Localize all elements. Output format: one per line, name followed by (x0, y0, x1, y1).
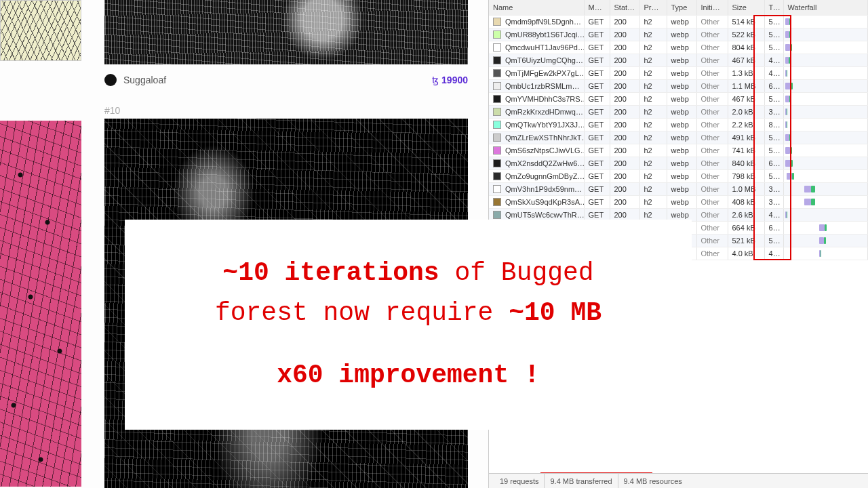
author-name[interactable]: Suggaloaf (123, 75, 166, 85)
cell-name[interactable]: QmT6UiyzUmgCQhg… (489, 54, 584, 66)
network-row[interactable]: Qmdm9pfN9L5Dgnh…GET200h2webpOther514 kB5… (489, 15, 868, 28)
cell-type: webp (667, 66, 696, 79)
cell-size: 467 kB (728, 92, 764, 105)
col-header-initiator[interactable]: Initiator (696, 0, 728, 15)
network-row[interactable]: QmX2nsddQ2ZwHw6…GET200h2webpOther840 kB6… (489, 157, 868, 169)
cell-name[interactable]: QmS6szNtpsCJiwVLG… (489, 144, 584, 157)
cell-initiator: Other (696, 182, 728, 195)
cell-initiator: Other (696, 157, 728, 169)
annotation-text-1: of Bugged (439, 258, 594, 287)
col-header-size[interactable]: Size (728, 0, 764, 15)
cell-waterfall (783, 79, 868, 92)
cell-name[interactable]: QmV3hn1P9dx59nm… (489, 182, 584, 195)
cell-size: 840 kB (728, 157, 764, 169)
network-row[interactable]: QmS6szNtpsCJiwVLG…GET200h2webpOther741 k… (489, 144, 868, 157)
cell-protocol: h2 (639, 92, 667, 105)
status-resources: 9.4 MB resources (618, 474, 688, 488)
cell-waterfall (783, 208, 868, 221)
cell-waterfall (783, 157, 868, 169)
cell-type: webp (667, 182, 696, 195)
waterfall-wait-bar (819, 224, 825, 231)
cell-protocol: h2 (639, 131, 667, 144)
cell-size: 741 kB (728, 144, 764, 157)
network-row[interactable]: QmSkXuS9qdKpR3sA…GET200h2webpOther408 kB… (489, 195, 868, 208)
network-row[interactable]: QmT6UiyzUmgCQhg…GET200h2webpOther467 kB4… (489, 54, 868, 66)
network-row[interactable]: QmUR88ybt1S6TJcqi…GET200h2webpOther522 k… (489, 28, 868, 41)
cell-time: 5… (764, 15, 783, 28)
cell-size: 2.2 kB (728, 118, 764, 131)
status-requests: 19 requests (494, 474, 545, 488)
cell-status: 200 (610, 182, 639, 195)
artwork-meta-row: Suggaloaf ꜩ19900 (104, 70, 468, 90)
cell-name[interactable]: QmYVMHDhhC3s7RS… (489, 92, 584, 105)
cell-name[interactable]: QmcdwuHT1Jav96Pd… (489, 41, 584, 54)
cell-status: 200 (610, 131, 639, 144)
network-row[interactable]: QmcdwuHT1Jav96Pd…GET200h2webpOther804 kB… (489, 41, 868, 54)
gallery-thumb-2[interactable] (0, 121, 81, 487)
col-header-status[interactable]: Status (610, 0, 639, 15)
resource-name: QmRzkKrxzdHDmwq… (505, 108, 583, 116)
network-row[interactable]: QmZLrEwXSThNhrJkT…GET200h2webpOther491 k… (489, 131, 868, 144)
cell-initiator: Other (696, 208, 728, 221)
cell-name[interactable]: QmZo9ugnnGmDByZ… (489, 169, 584, 182)
cell-method: GET (584, 169, 610, 182)
cell-waterfall (783, 247, 868, 260)
cell-method: GET (584, 118, 610, 131)
resource-name: QmUR88ybt1S6TJcqi… (505, 30, 584, 39)
cell-time: 6… (764, 79, 783, 92)
waterfall-wait-bar (785, 147, 790, 154)
cell-name[interactable]: Qmdm9pfN9L5Dgnh… (489, 15, 584, 28)
network-row[interactable]: QmQTkwYbtY91JX3J…GET200h2webpOther2.2 kB… (489, 118, 868, 131)
waterfall-wait-bar (785, 44, 790, 51)
cell-name[interactable]: QmTjMFgEw2kPX7gL… (489, 66, 584, 79)
annotation-bold-1: ~10 iterations (222, 258, 439, 287)
cell-size: 4.0 kB (728, 247, 764, 260)
col-header-type[interactable]: Type (667, 0, 696, 15)
cell-size: 1.0 MB (728, 182, 764, 195)
resource-name: QmbUc1rzbRSMLm… (505, 82, 579, 90)
network-row[interactable]: QmYVMHDhhC3s7RS…GET200h2webpOther467 kB5… (489, 92, 868, 105)
gallery-main-artwork-top[interactable] (104, 0, 468, 64)
cell-protocol: h2 (639, 157, 667, 169)
cell-initiator: Other (696, 234, 728, 247)
cell-waterfall (783, 169, 868, 182)
waterfall-download-bar (791, 160, 793, 167)
resource-name: QmQTkwYbtY91JX3J… (505, 121, 584, 129)
waterfall-download-bar (811, 199, 815, 205)
col-header-method[interactable]: Met… (584, 0, 610, 15)
cell-name[interactable]: QmX2nsddQ2ZwHw6… (489, 157, 584, 169)
author-avatar[interactable] (104, 74, 117, 86)
cell-name[interactable]: QmUR88ybt1S6TJcqi… (489, 28, 584, 41)
cell-name[interactable]: QmbUc1rzbRSMLm… (489, 79, 584, 92)
col-header-time[interactable]: Ti… (764, 0, 783, 15)
resource-icon (493, 43, 501, 52)
cell-type: webp (667, 118, 696, 131)
waterfall-download-bar (824, 237, 826, 244)
network-row[interactable]: QmTjMFgEw2kPX7gL…GET200h2webpOther1.3 kB… (489, 66, 868, 79)
cell-initiator: Other (696, 54, 728, 66)
cell-type: webp (667, 144, 696, 157)
col-header-waterfall[interactable]: Waterfall (783, 0, 868, 15)
network-row[interactable]: QmRzkKrxzdHDmwq…GET200h2webpOther2.0 kB3… (489, 105, 868, 118)
resource-name: QmYVMHDhhC3s7RS… (505, 95, 584, 103)
cell-initiator: Other (696, 28, 728, 41)
network-row[interactable]: QmZo9ugnnGmDByZ…GET200h2webpOther798 kB5… (489, 169, 868, 182)
cell-name[interactable]: QmQTkwYbtY91JX3J… (489, 118, 584, 131)
cell-name[interactable]: QmRzkKrxzdHDmwq… (489, 105, 584, 118)
annotation-bold-2: ~10 MB (509, 298, 601, 327)
resource-name: QmS6szNtpsCJiwVLG… (505, 146, 584, 155)
network-row[interactable]: QmbUc1rzbRSMLm…GET200h2webpOther1.1 MB6… (489, 79, 868, 92)
cell-name[interactable]: QmZLrEwXSThNhrJkT… (489, 131, 584, 144)
cell-name[interactable]: QmSkXuS9qdKpR3sA… (489, 195, 584, 208)
col-header-protocol[interactable]: Proto… (639, 0, 667, 15)
col-header-name[interactable]: Name (489, 0, 584, 15)
cell-method: GET (584, 15, 610, 28)
cell-initiator: Other (696, 79, 728, 92)
cell-size: 798 kB (728, 169, 764, 182)
gallery-thumb-1[interactable] (0, 0, 81, 61)
cell-protocol: h2 (639, 79, 667, 92)
network-row[interactable]: QmV3hn1P9dx59nm…GET200h2webpOther1.0 MB3… (489, 182, 868, 195)
cell-size: 2.6 kB (728, 208, 764, 221)
resource-name: QmV3hn1P9dx59nm… (505, 185, 582, 193)
cell-waterfall (783, 15, 868, 28)
